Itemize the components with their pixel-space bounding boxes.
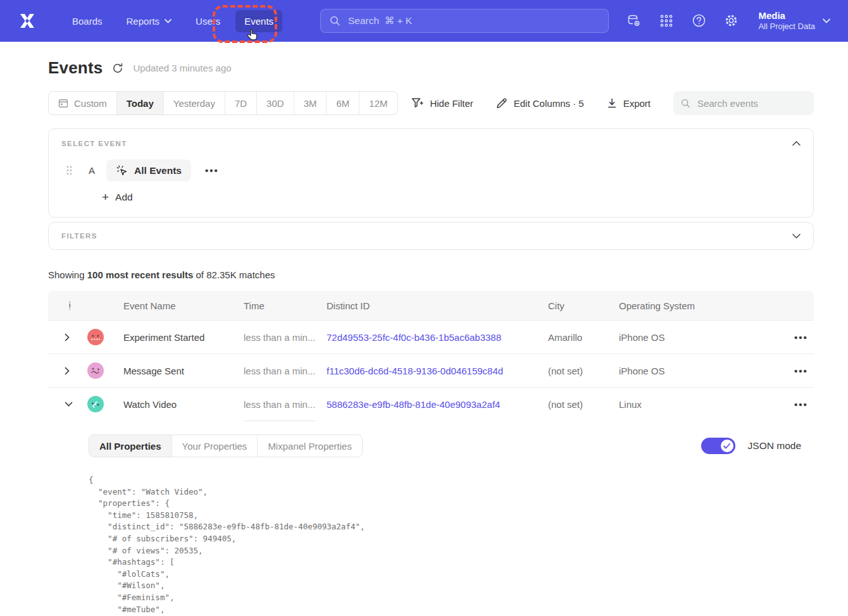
filter-icon bbox=[411, 97, 423, 109]
table-row[interactable]: Experiment Started less than a min... 72… bbox=[48, 320, 814, 354]
apps-grid-icon[interactable] bbox=[659, 13, 674, 28]
collapse-row-button[interactable] bbox=[65, 402, 76, 407]
events-table: ↓ ↑ Event Name Time Distinct ID City Ope… bbox=[48, 291, 814, 616]
date-range-30d[interactable]: 30D bbox=[256, 92, 294, 114]
event-cursor-icon bbox=[116, 164, 128, 176]
os-cell: iPhone OS bbox=[619, 332, 755, 343]
chevron-right-icon bbox=[65, 367, 70, 375]
nav-item-boards[interactable]: Boards bbox=[63, 10, 111, 32]
filters-panel[interactable]: FILTERS bbox=[48, 222, 814, 250]
primary-nav: Boards Reports Users Events bbox=[63, 10, 282, 32]
hide-filter-button[interactable]: Hide Filter bbox=[411, 97, 473, 109]
collapse-all-rows-icon[interactable]: ↓ ↑ bbox=[63, 301, 76, 310]
results-summary-count: 100 most recent results bbox=[87, 269, 194, 280]
data-management-icon[interactable] bbox=[627, 13, 642, 28]
city-cell: (not set) bbox=[548, 399, 619, 410]
date-range-selector: Custom Today Yesterday 7D 30D 3M 6M 12M bbox=[48, 91, 398, 115]
table-row-expanded[interactable]: Watch Video less than a min... 5886283e-… bbox=[48, 387, 814, 421]
column-header-distinct-id: Distinct ID bbox=[327, 300, 548, 311]
date-range-6m[interactable]: 6M bbox=[326, 92, 359, 114]
topbar-actions: Media All Project Data bbox=[627, 9, 830, 32]
date-range-7d[interactable]: 7D bbox=[225, 92, 256, 114]
distinct-id-link[interactable]: f11c30d6-dc6d-4518-9136-0d046159c84d bbox=[327, 366, 548, 376]
main-content: Events Updated 3 minutes ago Custom Toda… bbox=[0, 58, 848, 616]
search-events-input[interactable] bbox=[696, 97, 806, 109]
nav-item-reports[interactable]: Reports bbox=[118, 10, 181, 32]
chevron-down-icon bbox=[823, 18, 830, 23]
download-icon bbox=[607, 98, 617, 109]
date-range-yesterday[interactable]: Yesterday bbox=[163, 92, 225, 114]
refresh-button[interactable] bbox=[112, 63, 123, 74]
project-scope: All Project Data bbox=[758, 22, 815, 32]
event-row-menu-button[interactable]: ••• bbox=[205, 165, 219, 176]
expand-row-button[interactable] bbox=[65, 333, 76, 342]
expand-filters-button[interactable] bbox=[792, 233, 801, 238]
table-row[interactable]: Message Sent less than a min... f11c30d6… bbox=[48, 354, 814, 387]
global-search-input[interactable] bbox=[347, 15, 599, 27]
help-icon[interactable] bbox=[691, 13, 706, 28]
date-range-label: 30D bbox=[266, 98, 284, 109]
tab-your-properties[interactable]: Your Properties bbox=[171, 435, 258, 457]
top-navigation-bar: Boards Reports Users Events bbox=[0, 0, 848, 42]
nav-item-events[interactable]: Events bbox=[235, 10, 282, 32]
event-name-cell: Watch Video bbox=[123, 399, 244, 410]
drag-handle[interactable] bbox=[66, 166, 72, 175]
chevron-up-icon bbox=[792, 141, 801, 146]
calendar-icon bbox=[58, 98, 68, 108]
export-button[interactable]: Export bbox=[607, 98, 651, 109]
column-header-event-name: Event Name bbox=[123, 300, 244, 311]
last-updated-text: Updated 3 minutes ago bbox=[133, 63, 231, 73]
edit-columns-label: Edit Columns · 5 bbox=[514, 98, 584, 109]
chevron-down-icon bbox=[165, 19, 171, 23]
os-cell: iPhone OS bbox=[619, 366, 755, 376]
mixpanel-logo[interactable] bbox=[18, 11, 37, 30]
toolbar: Custom Today Yesterday 7D 30D 3M 6M 12M … bbox=[48, 91, 814, 115]
row-menu-button[interactable]: ••• bbox=[794, 366, 808, 376]
tab-mixpanel-properties[interactable]: Mixpanel Properties bbox=[257, 435, 362, 457]
row-menu-button[interactable]: ••• bbox=[794, 332, 808, 343]
chevron-right-icon bbox=[65, 333, 70, 342]
search-events-box[interactable] bbox=[673, 91, 814, 115]
event-time-cell: less than a min... bbox=[244, 366, 327, 376]
plus-icon: + bbox=[102, 191, 109, 203]
row-menu-button[interactable]: ••• bbox=[794, 399, 808, 410]
column-header-time: Time bbox=[244, 300, 327, 311]
os-cell: Linux bbox=[619, 399, 755, 410]
date-range-custom[interactable]: Custom bbox=[49, 92, 116, 114]
event-detail-panel: All Properties Your Properties Mixpanel … bbox=[48, 421, 814, 616]
arrow-up-glyph: ↑ bbox=[68, 305, 72, 310]
nav-item-label: Reports bbox=[127, 16, 160, 27]
project-switcher-text: Media All Project Data bbox=[758, 9, 815, 32]
results-summary-suffix: of 82.35K matches bbox=[193, 269, 275, 280]
distinct-id-link[interactable]: 72d49553-25fc-4f0c-b436-1b5ac6ab3388 bbox=[327, 332, 548, 343]
settings-gear-icon[interactable] bbox=[723, 13, 739, 28]
event-name-cell: Message Sent bbox=[123, 366, 244, 376]
event-selector-chip[interactable]: All Events bbox=[106, 159, 191, 182]
collapse-panel-button[interactable] bbox=[792, 141, 801, 146]
date-range-3m[interactable]: 3M bbox=[294, 92, 327, 114]
global-search[interactable] bbox=[320, 9, 609, 33]
date-range-label: 3M bbox=[304, 98, 317, 109]
project-switcher[interactable]: Media All Project Data bbox=[758, 9, 830, 32]
edit-columns-button[interactable]: Edit Columns · 5 bbox=[496, 97, 584, 109]
event-json-view: { "event": "Watch Video", "properties": … bbox=[89, 474, 801, 616]
date-range-today[interactable]: Today bbox=[116, 92, 163, 114]
expand-row-button[interactable] bbox=[65, 367, 76, 375]
distinct-id-link[interactable]: 5886283e-e9fb-48fb-81de-40e9093a2af4 bbox=[327, 399, 548, 410]
json-mode-toggle[interactable] bbox=[701, 438, 735, 454]
tab-all-properties[interactable]: All Properties bbox=[89, 435, 171, 457]
event-time-cell: less than a min... bbox=[244, 332, 327, 343]
selected-event-name: All Events bbox=[134, 165, 182, 176]
chevron-down-icon bbox=[65, 402, 73, 407]
properties-tabs: All Properties Your Properties Mixpanel … bbox=[89, 434, 363, 457]
date-range-12m[interactable]: 12M bbox=[359, 92, 397, 114]
filters-title: FILTERS bbox=[61, 232, 97, 240]
chevron-down-icon bbox=[792, 233, 801, 238]
toggle-knob bbox=[721, 440, 733, 452]
toolbar-actions: Hide Filter Edit Columns · 5 Export bbox=[411, 91, 814, 115]
nav-item-users[interactable]: Users bbox=[187, 10, 229, 32]
event-row-label: A bbox=[89, 165, 95, 176]
city-cell: Amarillo bbox=[548, 332, 619, 343]
event-time-cell: less than a min... bbox=[244, 399, 327, 410]
add-event-button[interactable]: + Add bbox=[102, 191, 133, 203]
